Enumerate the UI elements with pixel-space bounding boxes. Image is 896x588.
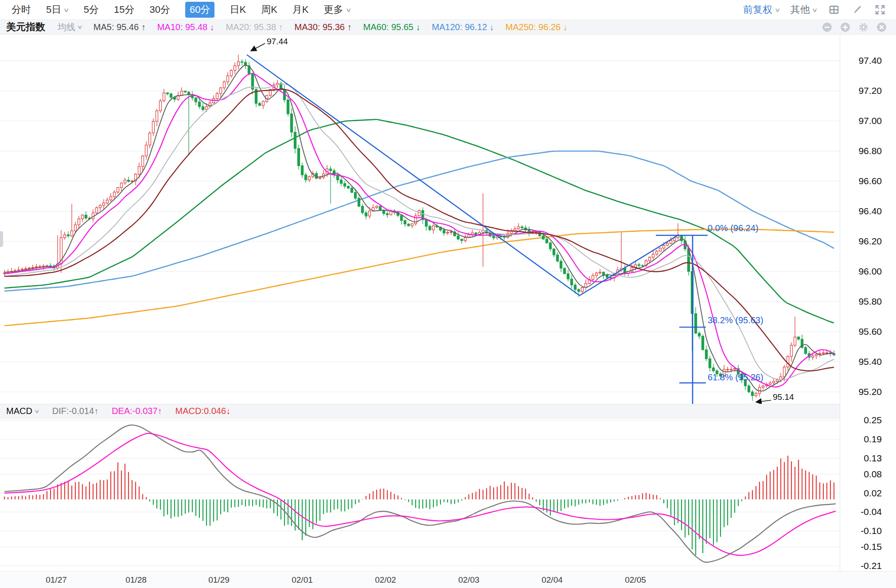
brush-draw-icon[interactable]	[851, 4, 863, 16]
tab-daily[interactable]: 日K	[230, 3, 246, 16]
grid-layout-icon[interactable]	[828, 4, 840, 16]
macd-axis-label: 0.08	[864, 469, 882, 480]
fib-0-label: 0.0% (96.24)	[708, 223, 759, 233]
ma-readout-ma30: MA30: 95.36 ↑	[295, 22, 352, 32]
tab-monthly[interactable]: 月K	[292, 3, 309, 16]
toolbar-right: 前复权 ∨ 其他 ∨	[743, 3, 896, 16]
close-panel-icon[interactable]	[876, 22, 887, 33]
high-price-annotation: 97.44	[267, 37, 288, 46]
price-axis-label: 96.00	[858, 266, 882, 277]
price-axis-label: 96.80	[858, 146, 882, 156]
macd-axis-label: 0.02	[864, 488, 882, 499]
ma-readout-ma20: MA20: 95.38 ↑	[226, 22, 283, 32]
chevron-down-icon: ∨	[345, 7, 351, 13]
adjust-mode-dropdown[interactable]: 前复权 ∨	[743, 3, 780, 16]
ma-selector-label: 均线	[58, 21, 75, 33]
price-axis: 97.4097.2097.0096.8096.6096.4096.2096.00…	[840, 35, 896, 571]
tab-15min[interactable]: 15分	[114, 3, 134, 16]
price-chart-canvas[interactable]	[0, 35, 840, 404]
macd-axis-label: -0.04	[861, 507, 882, 517]
fib-382-label: 38.2% (95.63)	[708, 315, 764, 325]
tab-5min[interactable]: 5分	[84, 3, 99, 16]
low-price-annotation: 95.14	[773, 392, 794, 402]
x-axis-label: 01/27	[46, 575, 67, 585]
legend-icons	[822, 22, 896, 33]
x-axis-label: 02/03	[458, 575, 479, 585]
macd-title: MACD	[6, 406, 32, 416]
period-toolbar: 分时5日∨5分15分30分60分日K周K月K更多∨ 前复权 ∨ 其他 ∨	[0, 0, 896, 20]
price-axis-label: 97.20	[858, 85, 882, 96]
other-label: 其他	[790, 3, 810, 16]
macd-axis-label: -0.21	[861, 561, 882, 571]
x-axis-label: 02/05	[625, 575, 646, 585]
dif-readout: DIF:-0.014↑	[52, 406, 98, 416]
adjust-mode-label: 前复权	[743, 3, 772, 16]
price-axis-label: 95.60	[858, 326, 882, 337]
price-axis-label: 95.40	[858, 356, 882, 367]
x-axis-label: 02/02	[375, 575, 396, 585]
dea-readout: DEA:-0.037↑	[112, 406, 162, 416]
price-axis-label: 96.20	[858, 236, 882, 247]
fullscreen-icon[interactable]	[874, 4, 886, 16]
ma-readout-ma10: MA10: 95.48 ↓	[157, 22, 214, 32]
ma-selector[interactable]: 均线 ∨	[58, 21, 82, 33]
tab-5day[interactable]: 5日∨	[46, 3, 69, 16]
left-panel-handle[interactable]	[0, 231, 3, 247]
zoom-out-icon[interactable]	[822, 22, 833, 33]
x-axis-label: 02/04	[541, 575, 563, 585]
price-axis-label: 95.80	[858, 296, 882, 307]
macd-chart-panel[interactable]	[0, 418, 840, 571]
tab-weekly[interactable]: 周K	[261, 3, 277, 16]
tab-fenshi[interactable]: 分时	[12, 3, 31, 16]
macd-selector[interactable]: MACD ∨	[6, 406, 39, 416]
ma-readout-ma60: MA60: 95.65 ↓	[363, 22, 421, 32]
ma-readout-ma250: MA250: 96.26 ↓	[506, 22, 568, 32]
price-axis-label: 97.00	[858, 116, 882, 126]
tab-60min[interactable]: 60分	[185, 2, 214, 18]
symbol-title: 美元指数	[6, 20, 45, 34]
macd-axis-label: 0.13	[864, 453, 882, 464]
chevron-down-icon: ∨	[77, 24, 83, 30]
x-axis-label: 01/28	[125, 575, 147, 585]
time-axis: 01/2701/2801/2902/0102/0202/0302/0402/05	[0, 571, 896, 588]
price-axis-label: 96.40	[858, 206, 882, 217]
price-axis-label: 97.40	[858, 55, 882, 66]
tab-30min[interactable]: 30分	[150, 3, 170, 16]
macd-axis-label: -0.15	[861, 542, 882, 552]
fib-618-label: 61.8% (95.26)	[708, 372, 764, 383]
settings-gear-icon[interactable]	[858, 22, 869, 33]
ma-legend-bar: 美元指数 均线 ∨ MA5: 95.46 ↑MA10: 95.48 ↓MA20:…	[0, 20, 896, 35]
macd-readout: MACD:0.046↓	[175, 406, 231, 416]
ma-readouts: MA5: 95.46 ↑MA10: 95.48 ↓MA20: 95.38 ↑MA…	[82, 22, 568, 32]
chevron-down-icon: ∨	[812, 7, 818, 13]
chevron-down-icon: ∨	[34, 408, 40, 414]
macd-axis-label: 0.19	[864, 434, 882, 445]
macd-axis-label: 0.25	[864, 415, 882, 426]
macd-header-bar: MACD ∨ DIF:-0.014↑ DEA:-0.037↑ MACD:0.04…	[0, 404, 896, 418]
x-axis-label: 01/29	[208, 575, 230, 585]
macd-chart-canvas[interactable]	[0, 418, 840, 571]
price-axis-label: 95.20	[858, 387, 882, 397]
other-dropdown[interactable]: 其他 ∨	[790, 3, 817, 16]
price-chart-panel[interactable]	[0, 35, 840, 404]
period-tabs: 分时5日∨5分15分30分60分日K周K月K更多∨	[0, 2, 351, 18]
tab-more[interactable]: 更多∨	[324, 3, 351, 16]
ma-readout-ma5: MA5: 95.46 ↑	[93, 22, 146, 32]
x-axis-label: 02/01	[292, 575, 313, 585]
ma-readout-ma120: MA120: 96.12 ↓	[432, 22, 494, 32]
price-axis-label: 96.60	[858, 176, 882, 186]
zoom-in-icon[interactable]	[840, 22, 851, 33]
trading-app: 分时5日∨5分15分30分60分日K周K月K更多∨ 前复权 ∨ 其他 ∨	[0, 0, 896, 588]
macd-axis-label: -0.10	[861, 526, 882, 536]
chevron-down-icon: ∨	[63, 7, 70, 13]
chevron-down-icon: ∨	[775, 7, 781, 13]
